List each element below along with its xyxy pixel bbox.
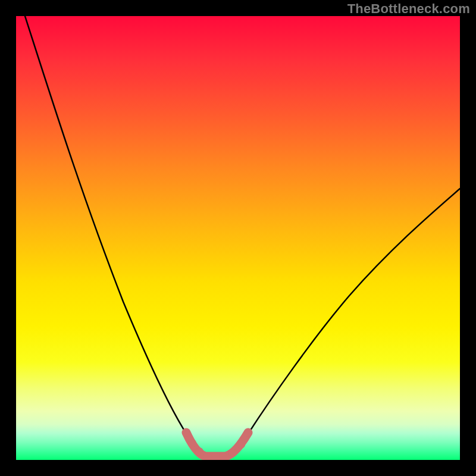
- svg-point-7: [244, 428, 252, 437]
- main-curve: [25, 16, 460, 456]
- svg-point-5: [228, 449, 237, 457]
- chart-frame: TheBottleneck.com: [0, 0, 476, 476]
- curve-layer: [16, 16, 460, 460]
- plot-area: [16, 16, 460, 460]
- watermark-text: TheBottleneck.com: [347, 1, 470, 17]
- svg-point-6: [237, 440, 245, 449]
- svg-point-0: [182, 428, 190, 437]
- svg-point-2: [195, 447, 203, 456]
- svg-point-1: [188, 439, 196, 447]
